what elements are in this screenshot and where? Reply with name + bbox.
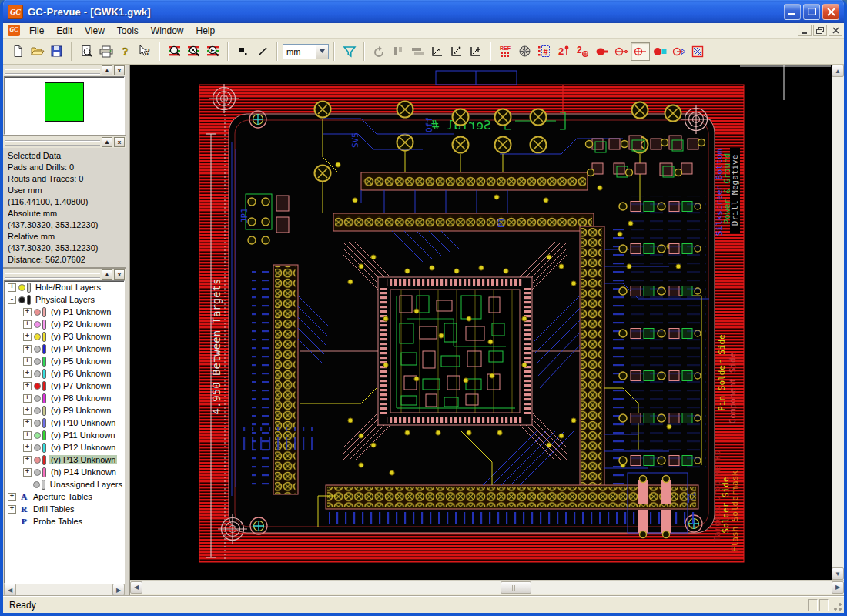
measure-delta-button[interactable] — [447, 42, 466, 61]
tree-item[interactable]: +(v) P11 Unknown — [5, 429, 124, 441]
tree-item[interactable]: +(v) P13 Unknown — [5, 454, 124, 466]
layer-color-bar[interactable] — [42, 393, 46, 403]
zoom-window-button[interactable] — [165, 42, 184, 61]
tree-expander[interactable]: + — [23, 431, 32, 440]
layer-visibility-dot[interactable] — [34, 444, 41, 451]
mdi-restore-button[interactable] — [813, 25, 827, 36]
tree-item[interactable]: +PProbe Tables — [5, 515, 124, 527]
layer-visibility-dot[interactable] — [34, 469, 41, 476]
tree-item[interactable]: +Hole/Rout Layers — [5, 281, 124, 293]
mdi-minimize-button[interactable] — [798, 25, 812, 36]
layer-color-bar[interactable] — [42, 455, 46, 465]
pad-region-button[interactable] — [688, 42, 708, 61]
tree-expander[interactable]: + — [23, 370, 32, 378]
tree-expander[interactable]: + — [23, 320, 32, 329]
layer-visibility-dot[interactable] — [34, 383, 41, 390]
layer-color-bar[interactable] — [42, 357, 46, 367]
document-icon[interactable]: GC — [8, 25, 20, 36]
layer-color-bar[interactable] — [42, 320, 46, 330]
tree-expander[interactable]: + — [8, 493, 16, 501]
panel-close-button[interactable]: x — [114, 65, 125, 75]
print-preview-button[interactable] — [77, 42, 96, 61]
close-button[interactable] — [822, 4, 839, 20]
panel-collapse-button[interactable]: ▲ — [102, 137, 112, 147]
layer-visibility-dot[interactable] — [18, 296, 25, 303]
tree-expander[interactable]: + — [23, 333, 32, 341]
tree-item[interactable]: +(v) P3 Unknown — [5, 330, 124, 343]
tree-item[interactable]: +(v) P6 Unknown — [5, 367, 124, 380]
print-button[interactable] — [96, 42, 116, 61]
mdi-close-button[interactable] — [829, 25, 842, 36]
horizontal-scrollbar[interactable]: ◀ ▶ — [130, 580, 844, 594]
scroll-left-arrow[interactable]: ◀ — [130, 581, 142, 594]
layer-visibility-dot[interactable] — [34, 432, 41, 439]
tree-expander[interactable]: + — [23, 345, 32, 353]
panel-collapse-button[interactable]: ▲ — [102, 270, 112, 280]
layer-color-bar[interactable] — [42, 369, 46, 379]
pad-fill-button[interactable] — [650, 42, 669, 61]
tree-item[interactable]: +(v) P4 Unknown — [5, 343, 124, 355]
scroll-left-arrow[interactable]: ◀ — [4, 584, 16, 596]
tree-expander[interactable]: + — [23, 456, 32, 464]
renumber-button[interactable]: 2 — [554, 42, 573, 61]
zoom-scale-button[interactable] — [184, 42, 203, 61]
tree-expander[interactable]: + — [23, 357, 32, 366]
layer-color-bar[interactable] — [42, 480, 45, 490]
layer-visibility-dot[interactable] — [33, 481, 40, 488]
scrollbar-thumb[interactable] — [500, 581, 531, 594]
tree-item[interactable]: +AAperture Tables — [5, 490, 124, 503]
vertical-scrollbar[interactable]: ▲ ▼ — [832, 65, 844, 580]
resize-grip[interactable] — [832, 599, 842, 611]
pad-line-button[interactable] — [611, 42, 631, 61]
new-document-button[interactable] — [8, 42, 28, 61]
open-button[interactable] — [28, 42, 47, 61]
minimize-button[interactable] — [784, 4, 801, 20]
save-button[interactable] — [47, 42, 66, 61]
scroll-down-arrow[interactable]: ▼ — [832, 567, 844, 580]
tree-item[interactable]: +(v) P10 Unknown — [5, 417, 124, 429]
board-preview[interactable] — [4, 76, 125, 135]
layer-visibility-dot[interactable] — [34, 370, 41, 377]
scroll-right-arrow[interactable]: ▶ — [832, 581, 844, 594]
layer-color-bar[interactable] — [42, 381, 46, 391]
tree-expander[interactable]: + — [8, 505, 16, 514]
panel-grip[interactable] — [5, 69, 100, 75]
tree-horizontal-scrollbar[interactable]: ◀ ▶ — [4, 584, 125, 596]
layer-visibility-dot[interactable] — [34, 407, 41, 414]
aperture-wheel-button[interactable] — [515, 42, 534, 61]
layer-color-bar[interactable] — [42, 430, 46, 440]
tree-expander[interactable]: + — [8, 283, 16, 292]
scroll-right-arrow[interactable]: ▶ — [112, 584, 125, 596]
pad-display-button[interactable] — [233, 42, 253, 61]
tree-item[interactable]: +(v) P5 Unknown — [5, 355, 124, 367]
combo-dropdown-icon[interactable] — [316, 45, 328, 59]
menu-help[interactable]: Help — [190, 24, 222, 38]
numbered-pads-button[interactable]: # — [534, 42, 554, 61]
menu-tools[interactable]: Tools — [111, 24, 145, 38]
add-pad-button[interactable]: 2 — [573, 42, 592, 61]
tree-expander[interactable]: + — [23, 382, 32, 390]
pcb-viewport[interactable]: 4.950 Between Targets Serial # — [130, 65, 832, 580]
ref-pads-button[interactable]: REF — [496, 42, 515, 61]
layer-color-bar[interactable] — [27, 295, 31, 305]
tree-item[interactable]: +(v) P9 Unknown — [5, 404, 124, 417]
layer-color-bar[interactable] — [42, 344, 46, 354]
menu-edit[interactable]: Edit — [50, 24, 79, 38]
layer-visibility-dot[interactable] — [34, 457, 41, 464]
menu-view[interactable]: View — [79, 24, 111, 38]
tree-item[interactable]: +(v) P1 Unknown — [5, 306, 124, 318]
menu-file[interactable]: File — [23, 24, 50, 38]
trace-display-button[interactable] — [253, 42, 272, 61]
panel-grip[interactable] — [5, 273, 100, 279]
tree-expander[interactable]: - — [8, 296, 16, 304]
layer-color-bar[interactable] — [42, 307, 46, 317]
filter-button[interactable] — [340, 42, 359, 61]
menu-window[interactable]: Window — [145, 24, 190, 38]
layer-visibility-dot[interactable] — [34, 333, 41, 340]
tree-item[interactable]: +(v) P2 Unknown — [5, 318, 124, 330]
layer-color-bar[interactable] — [42, 443, 46, 453]
tree-expander[interactable]: + — [23, 468, 32, 477]
tree-expander[interactable]: + — [23, 407, 32, 415]
context-help-button[interactable]: ? — [135, 42, 154, 61]
panel-collapse-button[interactable]: ▲ — [102, 65, 112, 75]
